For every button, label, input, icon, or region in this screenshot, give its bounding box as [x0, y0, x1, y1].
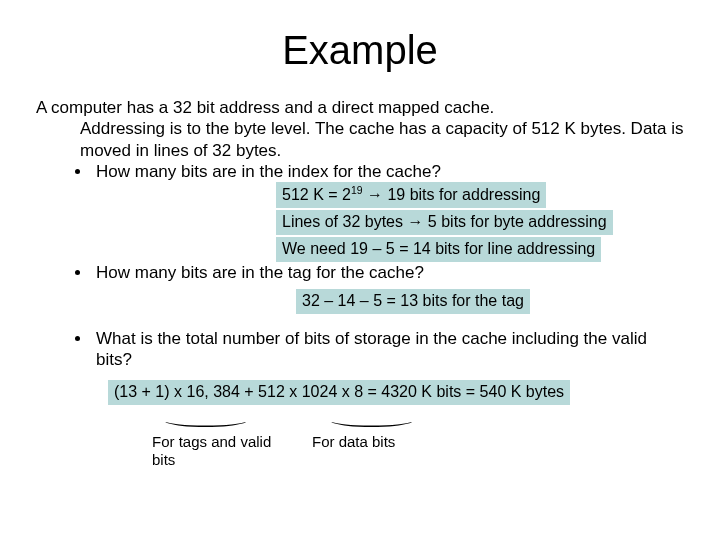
intro-rest: Addressing is to the byte level. The cac… — [36, 118, 684, 161]
question-3: What is the total number of bits of stor… — [92, 328, 684, 371]
label-tags: For tags and valid bits — [152, 433, 282, 469]
slide-title: Example — [36, 28, 684, 73]
answer-3: (13 + 1) x 16, 384 + 512 x 1024 x 8 = 43… — [108, 380, 684, 405]
label-data: For data bits — [312, 433, 442, 451]
slide: Example A computer has a 32 bit address … — [0, 0, 720, 540]
brace-icon: ⏝ — [329, 407, 417, 426]
question-2: How many bits are in the tag for the cac… — [92, 262, 684, 283]
problem-intro: A computer has a 32 bit address and a di… — [36, 97, 684, 161]
a1a-exp: 19 — [351, 185, 363, 196]
question-1: How many bits are in the index for the c… — [92, 161, 684, 182]
intro-line1: A computer has a 32 bit address and a di… — [36, 98, 494, 117]
a1a-pre: 512 K = 2 — [282, 186, 351, 203]
brace-labels: ⏝ ⏝ For tags and valid bits For data bit… — [36, 405, 684, 495]
answer-2: 32 – 14 – 5 = 13 bits for the tag — [296, 289, 684, 314]
answer-1a: 512 K = 219 → 19 bits for addressing — [276, 182, 684, 208]
answer-1c: We need 19 – 5 = 14 bits for line addres… — [276, 237, 684, 262]
brace-icon: ⏝ — [163, 407, 251, 426]
a1a-post: → 19 bits for addressing — [363, 186, 541, 203]
answer-1b: Lines of 32 bytes → 5 bits for byte addr… — [276, 210, 684, 235]
